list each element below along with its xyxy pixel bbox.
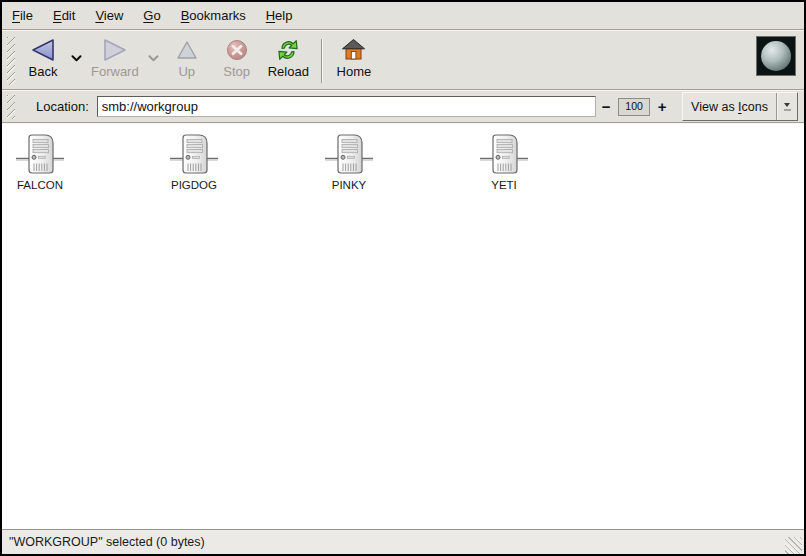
- toolbar-separator: [321, 39, 323, 83]
- location-label: Location:: [36, 99, 89, 114]
- back-history-dropdown[interactable]: [68, 55, 85, 62]
- menu-view[interactable]: View: [85, 4, 133, 27]
- home-icon: [341, 35, 366, 65]
- forward-button[interactable]: Forward: [85, 33, 145, 80]
- resize-grip[interactable]: [785, 537, 802, 554]
- server-icon: [16, 133, 64, 177]
- location-bar-grip-handle[interactable]: [7, 95, 15, 119]
- menu-go[interactable]: Go: [133, 4, 170, 27]
- file-manager-window: File Edit View Go Bookmarks Help Back Fo…: [0, 0, 806, 556]
- server-icon: [325, 133, 373, 177]
- server-item-pinky[interactable]: PINKY: [304, 133, 394, 191]
- toolbar: Back Forward Up: [2, 31, 804, 89]
- server-icon: [480, 133, 528, 177]
- server-icon: [170, 133, 218, 177]
- reload-icon: [275, 35, 301, 65]
- icon-view[interactable]: FALCON PIGDOG PINKY YETI: [2, 124, 804, 529]
- status-bar: "WORKGROUP" selected (0 bytes): [2, 529, 804, 554]
- zoom-level-indicator[interactable]: 100: [618, 98, 650, 116]
- home-button[interactable]: Home: [329, 33, 379, 80]
- server-item-yeti[interactable]: YETI: [459, 133, 549, 191]
- back-button[interactable]: Back: [18, 33, 68, 80]
- stop-button[interactable]: Stop: [212, 33, 262, 80]
- location-bar: Location: − 100 + View as Icons: [2, 91, 804, 122]
- reload-button[interactable]: Reload: [262, 33, 315, 80]
- up-button[interactable]: Up: [162, 33, 212, 80]
- toolbar-grip-handle[interactable]: [7, 37, 15, 85]
- menu-help[interactable]: Help: [256, 4, 303, 27]
- location-input[interactable]: [97, 96, 596, 117]
- menu-bar: File Edit View Go Bookmarks Help: [2, 2, 804, 29]
- menu-bookmarks[interactable]: Bookmarks: [171, 4, 256, 27]
- zoom-in-button[interactable]: +: [654, 99, 670, 115]
- throbber-sphere-icon: [761, 41, 791, 71]
- forward-icon: [102, 35, 128, 65]
- view-as-dropdown[interactable]: View as Icons: [682, 92, 798, 121]
- dropdown-arrow-icon: [777, 93, 797, 120]
- server-item-pigdog[interactable]: PIGDOG: [149, 133, 239, 191]
- server-item-falcon[interactable]: FALCON: [0, 133, 85, 191]
- menu-file[interactable]: File: [2, 4, 43, 27]
- menu-edit[interactable]: Edit: [43, 4, 85, 27]
- forward-history-dropdown[interactable]: [145, 55, 162, 62]
- zoom-out-button[interactable]: −: [598, 99, 614, 115]
- status-text: "WORKGROUP" selected (0 bytes): [9, 535, 205, 549]
- up-icon: [175, 35, 199, 65]
- throbber: [756, 36, 796, 76]
- stop-icon: [225, 35, 249, 65]
- back-icon: [30, 35, 56, 65]
